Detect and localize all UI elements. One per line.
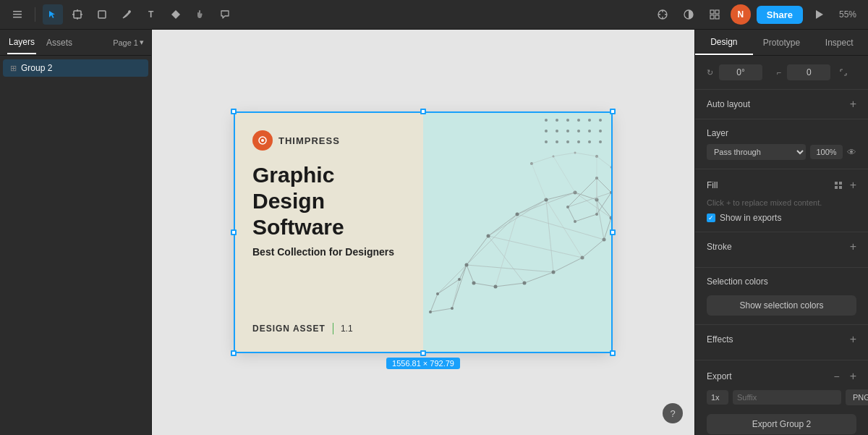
contrast-icon[interactable] (678, 4, 699, 25)
svg-point-53 (436, 292, 439, 295)
expand-icon[interactable] (836, 65, 851, 80)
export-group-button[interactable]: Export Group 2 (707, 414, 856, 434)
stroke-add-btn[interactable]: + (850, 241, 856, 253)
svg-point-60 (595, 213, 598, 216)
tab-prototype[interactable]: Prototype (753, 30, 811, 55)
export-suffix-input[interactable] (733, 390, 841, 405)
canvas-size-label: 1556.81 × 792.79 (386, 358, 460, 369)
svg-marker-18 (816, 10, 823, 19)
tab-design[interactable]: Design (695, 30, 753, 55)
text-tool[interactable]: T (141, 4, 161, 25)
svg-rect-16 (710, 15, 714, 19)
select-tool[interactable] (43, 4, 63, 25)
transform-section: ↻ ⌐ (695, 56, 868, 90)
svg-rect-0 (13, 11, 22, 12)
plugins-icon[interactable] (652, 4, 673, 25)
svg-point-47 (603, 238, 606, 242)
svg-line-70 (553, 153, 575, 156)
tab-layers[interactable]: Layers (7, 31, 36, 54)
share-button[interactable]: Share (757, 6, 803, 24)
svg-line-28 (467, 265, 553, 272)
footer-divider (333, 323, 333, 334)
visibility-toggle[interactable]: 👁 (847, 147, 856, 158)
opacity-input[interactable] (810, 145, 843, 159)
auto-layout-row: Auto layout + (707, 98, 856, 110)
canvas-area[interactable]: THIMPRESS Graphic Design Software Best C… (152, 30, 694, 435)
svg-rect-98 (835, 186, 838, 189)
tab-inspect[interactable]: Inspect (810, 30, 868, 55)
blend-mode-select[interactable]: Pass through Normal Multiply Screen (707, 144, 806, 160)
tab-assets[interactable]: Assets (45, 32, 74, 54)
design-card: THIMPRESS Graphic Design Software Best C… (235, 113, 611, 352)
rotation-icon: ↻ (707, 68, 713, 77)
components-tool[interactable] (166, 4, 186, 25)
comment-tool[interactable] (215, 4, 235, 25)
layer-item-label: Group 2 (21, 63, 52, 73)
fill-section-title: Fill (707, 180, 718, 190)
svg-point-42 (516, 213, 519, 216)
avatar[interactable]: N (731, 4, 751, 25)
page-selector[interactable]: Page 1 ▾ (113, 38, 144, 47)
stroke-section-header: Stroke + (707, 241, 856, 253)
layer-blend-row: Pass through Normal Multiply Screen 👁 (707, 144, 856, 160)
export-format-select[interactable]: PNG JPG SVG PDF (846, 389, 868, 405)
play-button[interactable] (809, 4, 829, 25)
hand-tool[interactable] (190, 4, 210, 25)
layers-list: ⊞ Group 2 (0, 56, 151, 80)
effects-add-btn[interactable]: + (850, 334, 856, 345)
auto-layout-add-btn[interactable]: + (850, 98, 856, 110)
svg-line-76 (553, 156, 575, 193)
export-section: Export − + PNG JPG SVG PDF ••• Export Gr… (695, 360, 868, 435)
export-section-header: Export − + (707, 369, 856, 384)
svg-line-35 (438, 265, 467, 294)
svg-line-38 (568, 193, 611, 207)
left-panel: Layers Assets Page 1 ▾ ⊞ Group 2 (0, 30, 152, 435)
svg-rect-8 (98, 11, 106, 18)
help-button[interactable]: ? (663, 403, 683, 423)
corner-icon: ⌐ (777, 68, 781, 77)
fill-grid-icon[interactable] (831, 178, 846, 193)
svg-point-41 (487, 235, 490, 238)
right-panel: Design Prototype Inspect ↻ ⌐ Auto layout… (694, 30, 868, 435)
pen-tool[interactable] (116, 4, 137, 25)
export-add-btn[interactable]: + (850, 371, 856, 382)
show-in-exports-label: Show in exports (720, 213, 781, 223)
selection-colors-header: Selection colors (707, 276, 856, 287)
zoom-control[interactable]: 55% (835, 7, 861, 22)
fill-hint: Click + to replace mixed content. (707, 198, 856, 207)
menu-icon[interactable] (7, 4, 27, 25)
fill-section: Fill + Click + to replace mixed content.… (695, 169, 868, 232)
svg-point-56 (429, 311, 432, 313)
svg-point-49 (552, 271, 556, 274)
frame-tool[interactable] (67, 4, 88, 25)
card-title: Graphic Design Software (252, 162, 406, 240)
show-selection-colors-btn[interactable]: Show selection colors (707, 295, 856, 316)
svg-line-27 (546, 200, 582, 258)
svg-rect-17 (715, 15, 719, 19)
export-minus-btn[interactable]: − (830, 369, 844, 384)
svg-point-61 (574, 220, 576, 223)
export-section-title: Export (707, 371, 732, 381)
svg-line-69 (532, 156, 553, 164)
svg-line-71 (575, 153, 597, 156)
svg-rect-99 (839, 186, 842, 189)
export-scale-input[interactable] (707, 390, 728, 405)
effects-section: Effects + (695, 325, 868, 360)
main-content: Layers Assets Page 1 ▾ ⊞ Group 2 (0, 30, 868, 435)
show-in-exports-checkbox[interactable]: ✓ (707, 214, 715, 222)
layer-section: Layer Pass through Normal Multiply Scree… (695, 119, 868, 169)
rotation-input[interactable] (719, 64, 762, 80)
layer-item-group2[interactable]: ⊞ Group 2 (3, 59, 148, 77)
shape-tool[interactable] (92, 4, 112, 25)
svg-point-55 (451, 307, 454, 310)
corner-input[interactable] (787, 64, 830, 80)
selection-wrapper[interactable]: THIMPRESS Graphic Design Software Best C… (235, 113, 611, 352)
right-panel-tabs: Design Prototype Inspect (695, 30, 868, 56)
grid-icon[interactable] (705, 4, 725, 25)
svg-line-32 (597, 200, 604, 240)
fill-add-btn[interactable]: + (850, 180, 856, 191)
toolbar-separator-1 (35, 7, 35, 22)
svg-rect-1 (13, 14, 22, 15)
svg-point-51 (494, 285, 498, 289)
toolbar-right: N Share 55% (652, 4, 861, 25)
